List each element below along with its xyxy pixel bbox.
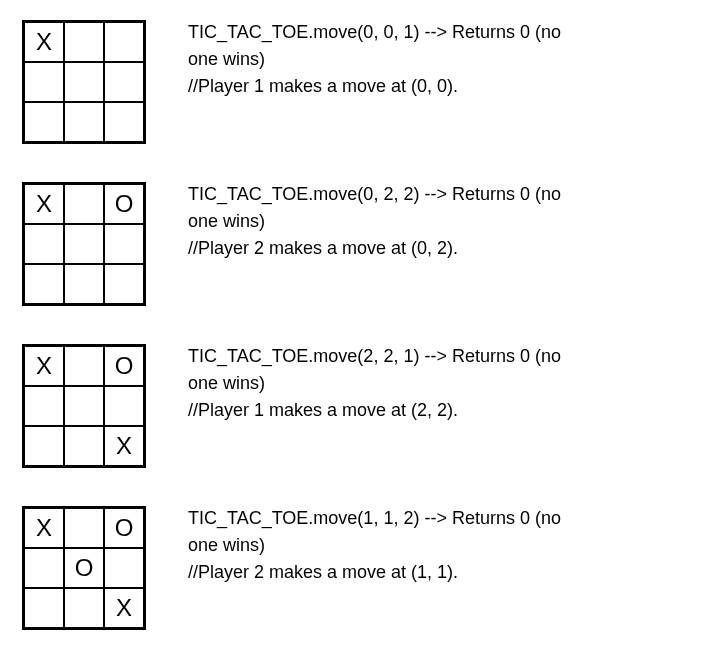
board-cell (24, 264, 64, 304)
board-cell (104, 548, 144, 588)
example-description: TIC_TAC_TOE.move(0, 2, 2) --> Returns 0 … (188, 182, 700, 262)
board-cell (64, 264, 104, 304)
code-result-text: one wins) (188, 371, 700, 396)
board-cell (24, 588, 64, 628)
board-cell: X (24, 508, 64, 548)
board-cell: O (64, 548, 104, 588)
code-call-text: TIC_TAC_TOE.move(1, 1, 2) --> Returns 0 … (188, 506, 700, 531)
code-comment-text: //Player 2 makes a move at (0, 2). (188, 236, 700, 261)
board-cell (64, 22, 104, 62)
board-cell (24, 62, 64, 102)
board-cell (104, 386, 144, 426)
example-1: X TIC_TAC_TOE.move(0, 0, 1) --> Returns … (22, 20, 700, 144)
tic-tac-toe-board: X O X (22, 344, 146, 468)
board-cell (64, 426, 104, 466)
board-cell: X (24, 346, 64, 386)
board-cell (104, 62, 144, 102)
code-call-text: TIC_TAC_TOE.move(2, 2, 1) --> Returns 0 … (188, 344, 700, 369)
board-cell (64, 184, 104, 224)
board-cell (24, 426, 64, 466)
code-result-text: one wins) (188, 209, 700, 234)
example-description: TIC_TAC_TOE.move(1, 1, 2) --> Returns 0 … (188, 506, 700, 586)
tic-tac-toe-board: X O O X (22, 506, 146, 630)
board-cell (24, 224, 64, 264)
code-call-text: TIC_TAC_TOE.move(0, 0, 1) --> Returns 0 … (188, 20, 700, 45)
board-cell (104, 224, 144, 264)
board-cell: O (104, 346, 144, 386)
board-cell (104, 264, 144, 304)
board-cell: X (104, 426, 144, 466)
board-cell: X (24, 22, 64, 62)
board-cell: X (104, 588, 144, 628)
board-cell (64, 386, 104, 426)
example-2: X O TIC_TAC_TOE.move(0, 2, 2) --> Return… (22, 182, 700, 306)
board-cell (64, 346, 104, 386)
code-result-text: one wins) (188, 47, 700, 72)
board-cell (104, 22, 144, 62)
code-comment-text: //Player 2 makes a move at (1, 1). (188, 560, 700, 585)
board-cell (24, 548, 64, 588)
example-3: X O X TIC_TAC_TOE.move(2, 2, 1) --> Retu… (22, 344, 700, 468)
board-cell (24, 102, 64, 142)
example-description: TIC_TAC_TOE.move(2, 2, 1) --> Returns 0 … (188, 344, 700, 424)
code-comment-text: //Player 1 makes a move at (0, 0). (188, 74, 700, 99)
board-cell (64, 508, 104, 548)
board-cell (64, 224, 104, 264)
board-cell (24, 386, 64, 426)
board-cell (64, 588, 104, 628)
code-comment-text: //Player 1 makes a move at (2, 2). (188, 398, 700, 423)
board-cell: O (104, 508, 144, 548)
board-cell (64, 102, 104, 142)
example-description: TIC_TAC_TOE.move(0, 0, 1) --> Returns 0 … (188, 20, 700, 100)
code-result-text: one wins) (188, 533, 700, 558)
board-cell (104, 102, 144, 142)
board-cell: O (104, 184, 144, 224)
example-4: X O O X TIC_TAC_TOE.move(1, 1, 2) --> Re… (22, 506, 700, 630)
tic-tac-toe-board: X (22, 20, 146, 144)
board-cell (64, 62, 104, 102)
tic-tac-toe-board: X O (22, 182, 146, 306)
board-cell: X (24, 184, 64, 224)
code-call-text: TIC_TAC_TOE.move(0, 2, 2) --> Returns 0 … (188, 182, 700, 207)
